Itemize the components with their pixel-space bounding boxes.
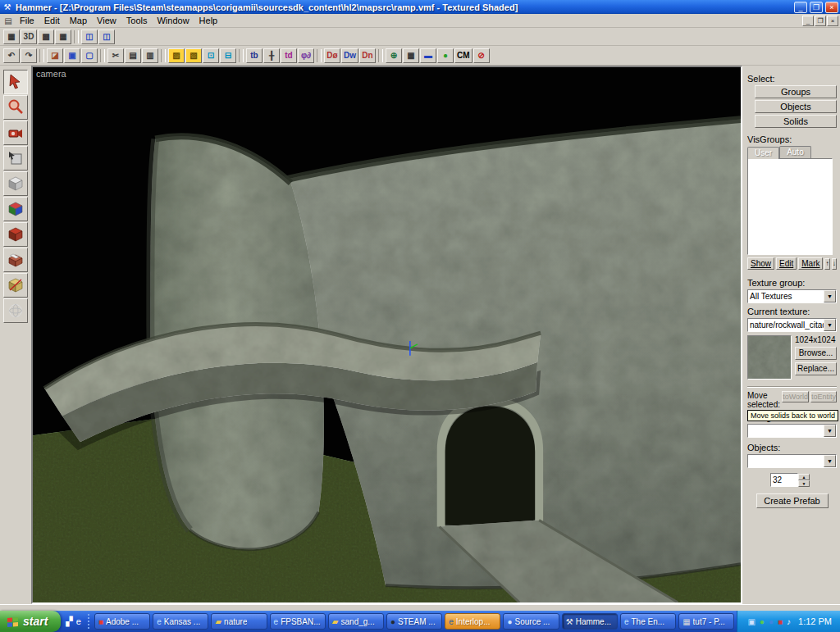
quick-launch-app[interactable]: ▞ — [66, 616, 72, 627]
categories-dropdown[interactable]: ▼ — [747, 424, 837, 438]
chevron-down-icon[interactable]: ▼ — [824, 319, 836, 331]
no-draw-icon[interactable]: ⊘ — [473, 48, 490, 63]
vertex-tool-icon[interactable]: ╂ — [263, 48, 280, 63]
tray-icon-1[interactable]: ▣ — [747, 617, 755, 626]
tool-morph-button[interactable] — [3, 298, 28, 323]
task-kansas[interactable]: eKansas ... — [153, 613, 208, 630]
task-hammer[interactable]: ⚒Hamme... — [562, 613, 618, 630]
texture-group-dropdown[interactable]: All Textures ▼ — [747, 289, 837, 303]
tool-clip-button[interactable] — [3, 273, 28, 298]
view[interactable]: View — [92, 15, 121, 26]
nodraw-toggle-icon[interactable]: Dn — [359, 48, 376, 63]
to-world-button[interactable]: toWorld — [782, 391, 809, 402]
copy-icon[interactable]: ▤ — [125, 48, 141, 63]
visgroups-list[interactable] — [747, 158, 833, 255]
toggle-grid-icon[interactable]: ▦ — [3, 30, 20, 44]
faces-spinner-input[interactable]: 32 — [770, 473, 798, 487]
redo-icon[interactable]: ↷ — [21, 48, 37, 63]
task-fpsban[interactable]: eFPSBAN... — [270, 613, 326, 630]
to-entity-button[interactable]: toEntity — [810, 391, 837, 402]
spinner-up-button[interactable]: ▲ — [798, 474, 810, 480]
save-window-state-icon[interactable]: ◫ — [98, 30, 115, 44]
smaller-grid-icon[interactable]: ▩ — [38, 30, 54, 44]
start-button[interactable]: start — [0, 611, 61, 632]
file[interactable]: File — [15, 15, 39, 26]
mdi-close-button[interactable]: × — [827, 16, 838, 26]
show[interactable]: Show — [747, 257, 774, 270]
objects-dropdown[interactable]: ▼ — [747, 454, 837, 468]
solids[interactable]: Solids — [755, 115, 837, 128]
browse-button[interactable]: Browse... — [795, 347, 837, 360]
tool-overlay-button[interactable] — [3, 248, 28, 272]
3d-viewport[interactable]: camera — [31, 66, 742, 604]
task-nature[interactable]: ▰nature — [211, 613, 267, 630]
tray-icon-2[interactable]: ● — [760, 617, 765, 626]
chevron-down-icon[interactable]: ▼ — [824, 455, 836, 467]
objects[interactable]: Objects — [755, 100, 837, 113]
groups[interactable]: Groups — [755, 85, 837, 98]
map[interactable]: Map — [65, 15, 92, 26]
close-button[interactable]: × — [825, 2, 838, 13]
larger-grid-icon[interactable]: ▦ — [55, 30, 71, 44]
restore-button[interactable]: ❐ — [810, 2, 823, 13]
toggle-texture-bar-icon[interactable]: tb — [246, 48, 262, 63]
task-source[interactable]: ●Source ... — [503, 613, 559, 630]
mdi-restore-button[interactable]: ❐ — [815, 16, 826, 26]
task-interlop[interactable]: eInterlop... — [445, 613, 500, 630]
tool-texture-application-button[interactable] — [3, 197, 28, 221]
task-steam[interactable]: ●STEAM ... — [386, 613, 442, 630]
tray-icon-4[interactable]: ■ — [778, 617, 783, 626]
chat-icon[interactable]: ● — [437, 48, 454, 63]
mark[interactable]: Mark — [798, 257, 823, 270]
cut-icon[interactable]: ✂ — [107, 48, 124, 63]
texture-preview[interactable] — [747, 335, 792, 380]
tray-icon-5[interactable]: ♪ — [787, 617, 791, 626]
tool-camera-button[interactable] — [3, 120, 28, 145]
tool-decal-button[interactable] — [3, 222, 28, 247]
edit[interactable]: Edit — [776, 257, 797, 270]
paste-icon[interactable]: ▥ — [142, 48, 158, 63]
viewport-camera-label[interactable]: camera — [36, 69, 66, 79]
screen-icon[interactable]: ▬ — [420, 48, 436, 63]
tool-magnify-button[interactable] — [3, 95, 28, 120]
carve-icon[interactable]: ◪ — [47, 48, 63, 63]
globe-icon[interactable]: ⊕ — [386, 48, 402, 63]
chevron-down-icon[interactable]: ▼ — [824, 290, 836, 302]
cordon-cm-icon[interactable]: CM — [454, 48, 472, 63]
texture-scale-lock-icon[interactable]: ▧ — [185, 48, 202, 63]
task-adobe[interactable]: ■Adobe ... — [94, 613, 150, 630]
task-the-en[interactable]: eThe En... — [620, 613, 676, 630]
minimize-button[interactable]: _ — [794, 2, 807, 13]
detail-toggle-icon[interactable]: Dø — [324, 48, 340, 63]
mdi-minimize-button[interactable]: _ — [802, 16, 814, 26]
tray-icon-3[interactable]: ● — [769, 617, 774, 626]
User[interactable]: User — [747, 147, 779, 159]
toggle-3d-grid-icon[interactable]: 3D — [21, 30, 37, 44]
create-prefab-button[interactable]: Create Prefab — [756, 493, 829, 508]
replace-button[interactable]: Replace... — [795, 362, 837, 375]
visgroup-move-up-button[interactable]: ↑ — [824, 258, 829, 270]
select-touching-icon[interactable]: ⊡ — [203, 48, 219, 63]
tool-entity-button[interactable] — [3, 146, 28, 171]
window[interactable]: Window — [152, 15, 194, 26]
visgroup-move-down-button[interactable]: ↓ — [832, 258, 837, 270]
task-tut7[interactable]: ▦tut7 - P... — [678, 613, 734, 630]
tool-selection-button[interactable] — [3, 70, 28, 94]
select-inside-icon[interactable]: ⊟ — [220, 48, 236, 63]
load-window-state-icon[interactable]: ◫ — [81, 30, 98, 44]
edit[interactable]: Edit — [39, 15, 65, 26]
texture-lock-icon[interactable]: ▨ — [168, 48, 185, 63]
visgroup-grid-icon[interactable]: ▦ — [403, 48, 419, 63]
current-texture-dropdown[interactable]: nature/rockwall_citadel ▼ — [747, 318, 837, 332]
displacement-icon[interactable]: td — [281, 48, 297, 63]
undo-icon[interactable]: ↶ — [3, 48, 20, 63]
task-sand-g[interactable]: ▰sand_g... — [328, 613, 384, 630]
Auto[interactable]: Auto — [779, 146, 811, 158]
ungroup-icon[interactable]: ▢ — [81, 48, 98, 63]
world-toggle-icon[interactable]: Dw — [341, 48, 358, 63]
face-edit-icon[interactable]: φ∂ — [298, 48, 314, 63]
spinner-down-button[interactable]: ▼ — [798, 480, 810, 487]
chevron-down-icon[interactable]: ▼ — [824, 425, 836, 437]
help[interactable]: Help — [194, 15, 223, 26]
quick-launch-ie[interactable]: e — [76, 616, 81, 626]
